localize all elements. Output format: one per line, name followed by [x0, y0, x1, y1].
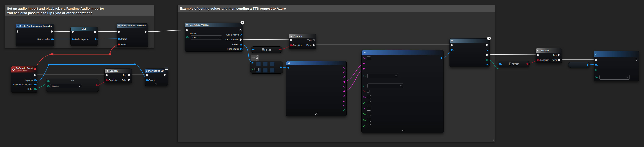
exec-in-pin[interactable] — [595, 59, 597, 61]
is-ssml-pin[interactable] — [363, 90, 364, 92]
on-complete-exec-pin[interactable] — [240, 39, 242, 41]
node-header[interactable] — [362, 50, 444, 55]
reroute-node[interactable] — [134, 64, 135, 65]
reroute-node[interactable] — [110, 54, 111, 55]
error-status-pin[interactable] — [486, 64, 488, 65]
voice-role-pin[interactable] — [363, 108, 364, 109]
exec-out-pin[interactable] — [145, 31, 147, 33]
event-delegate-pin[interactable] — [118, 44, 120, 45]
node-comment-bubble[interactable] — [250, 55, 259, 61]
node-make-azure-tts-settings[interactable] — [362, 50, 444, 133]
node-header[interactable]: ƒ Create Runtime Audio Importer — [16, 24, 54, 28]
pin-icon[interactable] — [256, 55, 258, 58]
node-play-sound-2d[interactable]: ƒ Play Sound 2D Sound — [145, 69, 168, 86]
sound-pin[interactable] — [146, 79, 148, 81]
comment-title[interactable]: Set up audio import and playback via Run… — [5, 5, 154, 16]
speaking-rate-pin[interactable] — [363, 113, 364, 115]
equal-result-pin[interactable] — [96, 84, 98, 86]
exec-in-pin[interactable] — [17, 31, 19, 33]
speech-bubble-icon[interactable] — [256, 58, 258, 60]
delegate-out-pin[interactable] — [34, 68, 36, 70]
node-audio-importer-getter[interactable] — [568, 62, 590, 68]
style-list-array-pin[interactable] — [343, 100, 345, 102]
target-pin[interactable] — [118, 38, 120, 40]
target-pin[interactable] — [595, 64, 597, 66]
node-set-audio-importer[interactable]: SET Audio Importer — [70, 27, 98, 46]
struct-in-pin[interactable] — [288, 67, 289, 69]
node-error-macro-1[interactable]: Error — [250, 46, 282, 53]
display-name-pin[interactable] — [344, 72, 345, 73]
exec-out-pin[interactable] — [636, 59, 638, 61]
pitch-pin[interactable] — [363, 119, 364, 121]
async-action-pin[interactable] — [240, 34, 242, 36]
local-name-pin[interactable] — [344, 76, 345, 78]
index-value-box[interactable] — [254, 68, 259, 71]
false-exec-pin[interactable] — [313, 44, 315, 46]
node-import-audio-from-buffer[interactable]: ƒ — [594, 51, 639, 81]
comment-resize-handle[interactable] — [151, 45, 154, 48]
node-create-runtime-audio-importer[interactable]: ƒ Create Runtime Audio Importer Return V… — [16, 24, 54, 46]
exec-out-pin[interactable] — [34, 74, 36, 76]
locale-name-pin[interactable] — [344, 95, 345, 97]
pitch-value-box[interactable] — [367, 119, 371, 122]
node-branch-2[interactable]: Branch True Condition False — [289, 34, 316, 49]
node-header[interactable] — [450, 39, 490, 43]
node-header[interactable]: Branch — [289, 34, 316, 38]
on-complete-exec-pin[interactable] — [486, 54, 488, 56]
style-degree-value-box[interactable] — [367, 101, 371, 104]
tts-settings-pin[interactable] — [451, 49, 453, 51]
error-out-pin[interactable] — [526, 63, 528, 65]
audio-format-dropdown[interactable] — [600, 75, 630, 80]
region-pin[interactable] — [363, 75, 364, 77]
enum-value-dropdown[interactable]: Success — [50, 84, 82, 88]
exec-in-pin[interactable] — [290, 39, 292, 41]
true-exec-pin[interactable] — [558, 54, 560, 56]
exec-out-pin[interactable] — [94, 31, 96, 33]
text-input-box[interactable] — [367, 57, 371, 60]
exec-in-pin[interactable] — [106, 74, 108, 76]
false-exec-pin[interactable] — [558, 59, 560, 61]
words-per-minute-pin[interactable] — [344, 109, 345, 111]
node-header[interactable]: ƒ — [594, 51, 639, 57]
exec-in-pin[interactable] — [146, 74, 148, 76]
array-in-pin[interactable] — [252, 62, 254, 64]
error-in-pin[interactable] — [499, 63, 501, 65]
audio-data-array-pin[interactable] — [486, 59, 488, 61]
node-equal-enum[interactable]: == Success — [46, 79, 99, 92]
gender-pin[interactable] — [344, 86, 345, 87]
return-value-pin[interactable] — [51, 38, 53, 40]
exec-in-pin[interactable] — [118, 31, 120, 33]
region-dropdown[interactable]: East US — [191, 35, 222, 40]
region-pin[interactable] — [186, 36, 188, 38]
short-name-pin[interactable] — [344, 81, 345, 83]
exec-in-pin[interactable] — [537, 54, 539, 56]
region-dropdown[interactable] — [368, 74, 398, 78]
voices-array-pin[interactable] — [240, 44, 242, 46]
voice-style-input-box[interactable] — [367, 95, 371, 99]
node-send-azure-tts-request[interactable] — [450, 38, 490, 67]
exec-out-pin[interactable] — [240, 29, 242, 31]
node-header[interactable]: SET — [70, 27, 98, 31]
node-branch-3[interactable]: Branch True Condition False — [536, 48, 562, 63]
audio-format-pin[interactable] — [595, 76, 597, 78]
output-format-pin[interactable] — [363, 85, 364, 87]
comment-title[interactable]: Example of getting voices and then sendi… — [178, 5, 495, 12]
node-get-azure-voices[interactable]: Get Azure Voices Region East US Async Ac… — [185, 23, 243, 52]
text-pin[interactable] — [363, 58, 364, 59]
volume-value-box[interactable] — [367, 124, 371, 127]
speaking-rate-value-box[interactable] — [367, 113, 371, 116]
async-action-pin[interactable] — [486, 49, 488, 51]
is-ssml-checkbox[interactable] — [367, 90, 370, 93]
style-degree-pin[interactable] — [363, 102, 364, 104]
node-header[interactable]: Get Azure Voices — [185, 23, 243, 27]
error-status-pin[interactable] — [240, 48, 242, 50]
volume-pin[interactable] — [363, 125, 364, 127]
node-bind-event-to-on-result[interactable]: Bind Event to On Result Target Event — [117, 23, 148, 47]
variable-out-pin[interactable] — [587, 64, 588, 66]
importer-pin[interactable] — [34, 79, 36, 81]
name-pin[interactable] — [344, 67, 345, 69]
node-header[interactable]: ƒ Play Sound 2D — [145, 69, 168, 73]
exec-out-pin[interactable] — [164, 74, 166, 76]
exec-in-pin[interactable] — [186, 29, 188, 31]
output-format-dropdown[interactable] — [368, 84, 403, 88]
